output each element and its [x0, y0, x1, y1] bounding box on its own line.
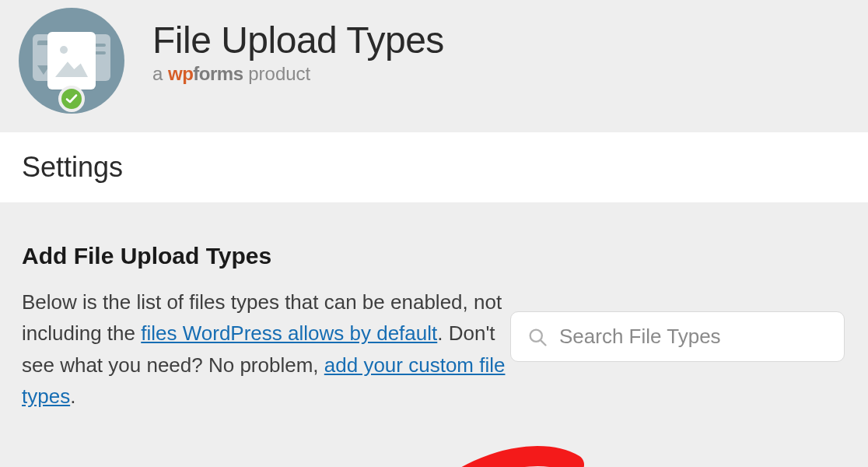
title-block: File Upload Types a wpforms product [152, 8, 444, 85]
search-box[interactable] [510, 311, 845, 362]
svg-line-1 [541, 340, 545, 345]
content-area: Add File Upload Types Below is the list … [0, 202, 868, 412]
brand-forms: forms [193, 63, 243, 84]
settings-heading: Settings [0, 132, 868, 202]
plugin-logo [19, 8, 124, 114]
plugin-header: File Upload Types a wpforms product [0, 0, 868, 132]
link-wordpress-default-files[interactable]: files WordPress allows by default [141, 321, 437, 345]
section-title: Add File Upload Types [22, 243, 846, 269]
page-subtitle: a wpforms product [152, 63, 444, 85]
desc-text-3: . [70, 384, 75, 408]
section-description: Below is the list of files types that ca… [22, 286, 520, 412]
search-icon [527, 326, 548, 348]
page-title: File Upload Types [152, 19, 444, 61]
check-icon [65, 93, 78, 105]
subline-prefix: a [152, 63, 168, 84]
plugin-logo-checkmark [58, 86, 85, 112]
annotation-arrow [294, 437, 605, 467]
subline-suffix: product [243, 63, 311, 84]
logo-image-icon [47, 32, 96, 90]
search-container [510, 311, 845, 362]
search-input[interactable] [559, 325, 828, 349]
brand-wp: wp [168, 63, 193, 84]
